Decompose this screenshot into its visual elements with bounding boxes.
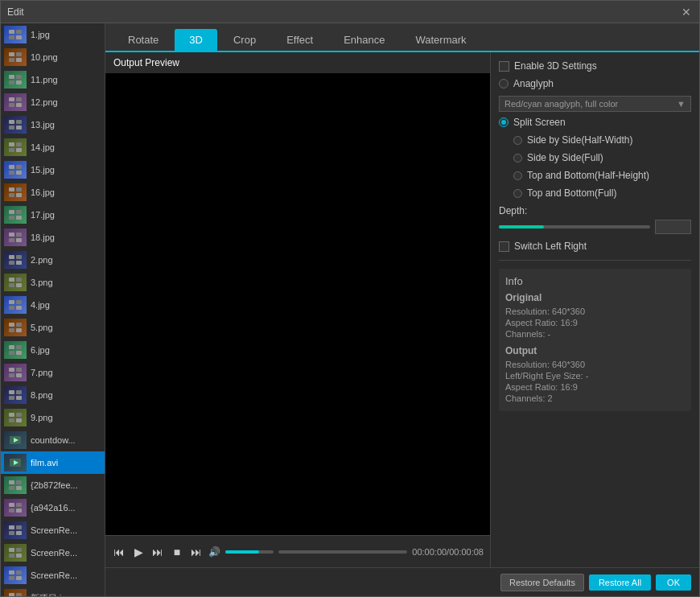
svg-rect-47 xyxy=(16,283,22,287)
sidebar-item[interactable]: 16.jpg xyxy=(1,181,105,204)
depth-slider[interactable] xyxy=(499,225,650,229)
svg-rect-41 xyxy=(16,255,22,259)
resolution-orig: Resolution: 640*360 xyxy=(505,307,685,316)
sidebar-item[interactable]: {a942a16... xyxy=(1,496,105,519)
svg-rect-59 xyxy=(16,351,22,355)
sidebar-thumb xyxy=(4,386,27,404)
side-by-side-full-radio[interactable] xyxy=(513,154,522,163)
split-screen-radio[interactable] xyxy=(499,117,509,127)
sidebar-item[interactable]: 14.jpg xyxy=(1,136,105,159)
sidebar-item[interactable]: 2.png xyxy=(1,249,105,271)
svg-rect-81 xyxy=(16,503,22,507)
depth-input[interactable] xyxy=(655,220,691,234)
sidebar-thumb xyxy=(4,48,27,66)
ok-button[interactable]: OK xyxy=(656,574,691,591)
sidebar-item[interactable]: ScreenRe... xyxy=(1,519,105,541)
channels-out: Channels: 2 xyxy=(505,393,685,403)
top-bottom-full-radio[interactable] xyxy=(513,189,522,198)
svg-rect-30 xyxy=(9,193,14,197)
sidebar-item[interactable]: 3.png xyxy=(1,271,105,294)
sidebar-item[interactable]: film.avi xyxy=(1,451,105,474)
svg-rect-83 xyxy=(16,508,22,513)
tab-enhance[interactable]: Enhance xyxy=(329,29,399,51)
sidebar-item[interactable]: countdow... xyxy=(1,429,105,451)
tab-effect[interactable]: Effect xyxy=(272,29,327,51)
sidebar-item[interactable]: 17.jpg xyxy=(1,204,105,226)
tab-watermark[interactable]: Watermark xyxy=(401,29,480,51)
svg-rect-86 xyxy=(9,531,14,535)
sidebar-item-label: ScreenRe... xyxy=(31,525,77,535)
sidebar-item[interactable]: 1.jpg xyxy=(1,23,105,46)
tab-rotate[interactable]: Rotate xyxy=(113,29,173,51)
svg-rect-60 xyxy=(9,368,14,372)
svg-rect-94 xyxy=(9,576,14,580)
edit-window: Edit ✕ 1.jpg10.png11.png12.png13.jpg14.j… xyxy=(0,0,700,597)
sidebar-thumb xyxy=(4,319,27,336)
svg-rect-64 xyxy=(9,390,14,394)
svg-rect-88 xyxy=(9,548,14,552)
info-section: Info Original Resolution: 640*360 Aspect… xyxy=(499,269,691,411)
right-panel: Rotate3DCropEffectEnhanceWatermark Outpu… xyxy=(105,23,699,596)
sidebar-item[interactable]: 12.png xyxy=(1,91,105,113)
content-area: Output Preview ⏮ ▶ ⏭ ■ ⏭ 🔊 xyxy=(105,52,699,567)
end-button[interactable]: ⏭ xyxy=(189,546,204,558)
svg-rect-14 xyxy=(9,103,14,107)
sidebar-thumb xyxy=(4,71,27,89)
sidebar-item[interactable]: 10.png xyxy=(1,46,105,68)
skip-back-button[interactable]: ⏮ xyxy=(112,546,126,558)
sidebar-item[interactable]: 7.png xyxy=(1,361,105,384)
volume-slider[interactable] xyxy=(225,550,274,554)
switch-lr-checkbox[interactable] xyxy=(499,241,509,252)
sidebar-item[interactable]: ScreenRe... xyxy=(1,564,105,587)
aspect-ratio-orig: Aspect Ratio: 16:9 xyxy=(505,318,685,327)
top-bottom-half-radio[interactable] xyxy=(513,171,522,180)
sidebar-thumb xyxy=(4,521,27,539)
sidebar-thumb xyxy=(4,544,27,562)
tab-3d[interactable]: 3D xyxy=(175,29,217,51)
sidebar-thumb xyxy=(4,341,27,359)
sidebar-item[interactable]: {2b872fee... xyxy=(1,474,105,496)
restore-defaults-button[interactable]: Restore Defaults xyxy=(500,574,584,591)
tab-crop[interactable]: Crop xyxy=(219,29,270,51)
svg-rect-38 xyxy=(9,238,14,242)
anaglyph-radio[interactable] xyxy=(499,79,509,89)
sidebar-item[interactable]: 新项目.jpg xyxy=(1,587,105,596)
anaglyph-dropdown[interactable]: Red/cyan anaglyph, full color ▼ xyxy=(499,96,691,112)
anaglyph-row: Anaglyph xyxy=(499,78,691,89)
sidebar-item[interactable]: 9.png xyxy=(1,406,105,429)
svg-rect-24 xyxy=(9,165,14,169)
enable-3d-checkbox[interactable] xyxy=(499,61,509,72)
sidebar-item[interactable]: 13.jpg xyxy=(1,113,105,136)
svg-rect-43 xyxy=(16,261,22,265)
volume-icon[interactable]: 🔊 xyxy=(208,546,220,558)
sidebar-item-label: countdow... xyxy=(31,435,76,445)
sidebar-item[interactable]: 18.jpg xyxy=(1,226,105,249)
svg-rect-53 xyxy=(16,323,22,327)
video-container[interactable] xyxy=(105,73,490,535)
svg-rect-21 xyxy=(16,142,22,146)
sidebar-item[interactable]: 11.png xyxy=(1,68,105,91)
sidebar-item-label: ScreenRe... xyxy=(31,570,77,580)
svg-rect-65 xyxy=(16,390,22,394)
side-by-side-half-radio[interactable] xyxy=(513,136,522,145)
progress-bar[interactable] xyxy=(278,550,407,554)
sidebar-item[interactable]: 8.png xyxy=(1,384,105,406)
sidebar-item[interactable]: 5.png xyxy=(1,316,105,339)
sidebar-item[interactable]: 4.jpg xyxy=(1,294,105,316)
restore-all-button[interactable]: Restore All xyxy=(589,574,651,591)
sidebar-item[interactable]: ScreenRe... xyxy=(1,541,105,564)
sidebar-thumb xyxy=(4,409,27,426)
svg-rect-82 xyxy=(9,508,14,513)
split-screen-label: Split Screen xyxy=(513,117,566,128)
svg-rect-2 xyxy=(9,35,14,39)
sidebar-thumb xyxy=(4,476,27,494)
sidebar-item[interactable]: 15.jpg xyxy=(1,159,105,181)
close-button[interactable]: ✕ xyxy=(680,6,693,19)
sidebar-item-label: 5.png xyxy=(31,323,53,332)
svg-rect-5 xyxy=(16,52,22,56)
sidebar-item-label: 1.jpg xyxy=(31,30,50,39)
play-button[interactable]: ▶ xyxy=(131,546,146,558)
stop-button[interactable]: ■ xyxy=(170,546,184,558)
sidebar-item[interactable]: 6.jpg xyxy=(1,339,105,361)
skip-forward-button[interactable]: ⏭ xyxy=(150,546,165,558)
